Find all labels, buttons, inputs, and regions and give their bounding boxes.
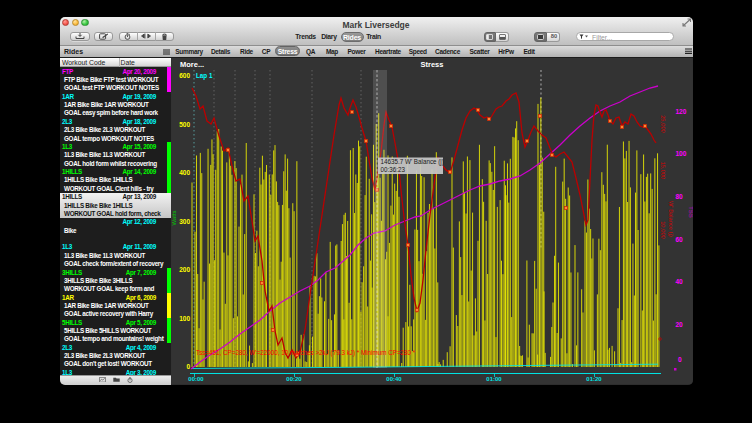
svg-text:600: 600	[179, 72, 190, 79]
svg-text:More...: More...	[180, 60, 204, 69]
svg-text:100: 100	[179, 315, 190, 322]
svg-text:0: 0	[678, 356, 682, 363]
svg-text:0: 0	[186, 363, 190, 370]
svg-text:120: 120	[675, 108, 686, 115]
svg-text:100: 100	[675, 150, 686, 157]
svg-text:60: 60	[675, 236, 683, 243]
svg-text:40: 40	[675, 278, 683, 285]
svg-text:Stress: Stress	[421, 60, 444, 69]
svg-text:10,000: 10,000	[660, 221, 666, 239]
svg-text:Lap 1: Lap 1	[196, 72, 213, 80]
svg-text:TSS: TSS	[688, 206, 693, 218]
svg-text:20: 20	[675, 321, 683, 328]
svg-text:Watts: Watts	[171, 210, 177, 225]
svg-text:300: 300	[179, 218, 190, 225]
svg-text:01:00: 01:00	[486, 376, 502, 382]
svg-text:00:40: 00:40	[386, 376, 402, 382]
svg-text:00:36:23: 00:36:23	[381, 166, 406, 173]
svg-text:80: 80	[675, 193, 683, 200]
svg-text:W' Balance (j): W' Balance (j)	[668, 201, 674, 237]
svg-text:15,000: 15,000	[660, 162, 666, 180]
svg-text:01:20: 01:20	[586, 376, 602, 382]
svg-text:25,000: 25,000	[660, 115, 666, 133]
svg-text:00:00: 00:00	[188, 376, 204, 382]
svg-text:500: 500	[179, 121, 190, 128]
svg-text:Tss=451, CP=280, W'=22000, 10: Tss=451, CP=280, W'=22000, 10 matches >2…	[196, 349, 416, 357]
svg-text:200: 200	[179, 266, 190, 273]
svg-text:00:20: 00:20	[286, 376, 302, 382]
svg-text:400: 400	[179, 169, 190, 176]
